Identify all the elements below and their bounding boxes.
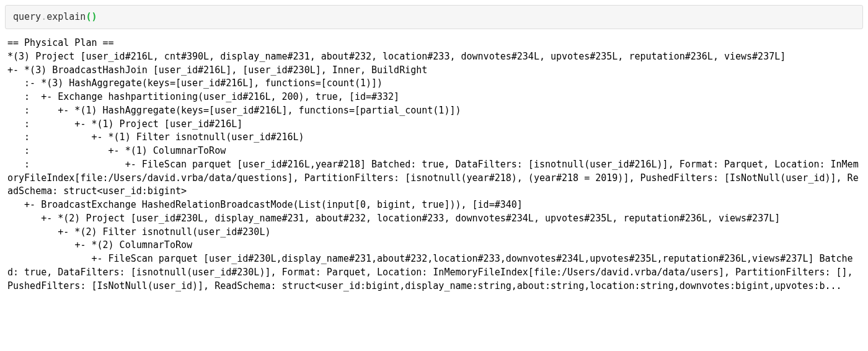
notebook-cell-wrap: query.explain() == Physical Plan == *(3)… (0, 5, 868, 300)
code-input-cell[interactable]: query.explain() (5, 5, 863, 29)
code-dot: . (41, 11, 46, 22)
code-method: explain (46, 11, 86, 22)
code-rparen: ) (91, 11, 97, 22)
output-text: == Physical Plan == *(3) Project [user_i… (0, 37, 868, 300)
code-object: query (13, 11, 41, 22)
